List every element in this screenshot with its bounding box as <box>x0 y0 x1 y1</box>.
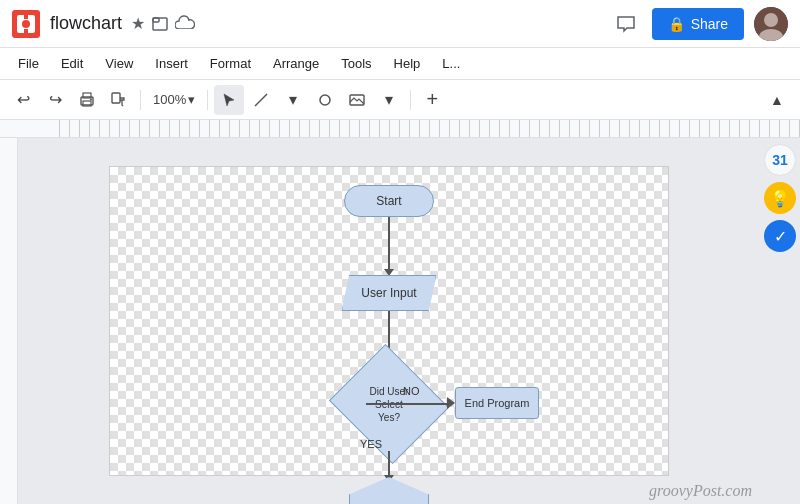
toolbar: ↩ ↪ 100% ▾ ▾ <box>0 80 800 120</box>
calendar-icon[interactable]: 31 <box>764 144 796 176</box>
print-button[interactable] <box>72 85 102 115</box>
fc-yes-label: YES <box>360 438 382 450</box>
undo-button[interactable]: ↩ <box>8 85 38 115</box>
zoom-chevron-icon: ▾ <box>188 92 195 107</box>
app-icon <box>12 10 40 38</box>
lightbulb-icon[interactable]: 💡 <box>764 182 796 214</box>
cloud-icon <box>175 15 195 33</box>
svg-line-15 <box>255 94 267 106</box>
fc-pentagon-shape[interactable] <box>349 477 429 504</box>
svg-point-13 <box>90 98 92 100</box>
svg-rect-5 <box>153 18 167 30</box>
checkmark-icon[interactable]: ✓ <box>764 220 796 252</box>
ruler <box>0 120 800 138</box>
share-button[interactable]: 🔒 Share <box>652 8 744 40</box>
line-button[interactable] <box>246 85 276 115</box>
image-dropdown-button[interactable]: ▾ <box>374 85 404 115</box>
menu-help[interactable]: Help <box>384 52 431 75</box>
fc-user-input-shape[interactable]: User Input <box>342 275 437 311</box>
menu-tools[interactable]: Tools <box>331 52 381 75</box>
drive-icon <box>151 14 169 33</box>
menu-more[interactable]: L... <box>432 52 470 75</box>
fc-no-arrow-line <box>366 403 451 405</box>
menu-insert[interactable]: Insert <box>145 52 198 75</box>
menu-file[interactable]: File <box>8 52 49 75</box>
svg-rect-3 <box>24 15 28 19</box>
svg-rect-4 <box>24 29 28 33</box>
fc-no-label: NO <box>403 385 420 397</box>
right-sidebar: 31 💡 ✓ <box>760 138 800 504</box>
separator-3 <box>410 90 411 110</box>
fc-end-program-shape[interactable]: End Program <box>455 387 539 419</box>
line-dropdown-button[interactable]: ▾ <box>278 85 308 115</box>
fc-start-shape[interactable]: Start <box>344 185 434 217</box>
shape-button[interactable] <box>310 85 340 115</box>
fc-end-program-label: End Program <box>465 397 530 409</box>
fc-no-arrowhead <box>447 397 455 409</box>
comment-button[interactable] <box>608 6 644 42</box>
paint-format-button[interactable] <box>104 85 134 115</box>
menu-format[interactable]: Format <box>200 52 261 75</box>
svg-rect-6 <box>153 18 159 22</box>
ruler-inner <box>50 120 800 137</box>
zoom-level: 100% <box>153 92 186 107</box>
fc-start-label: Start <box>376 194 401 208</box>
watermark: groovyPost.com <box>649 482 752 500</box>
vertical-ruler <box>0 138 18 504</box>
separator-2 <box>207 90 208 110</box>
menu-edit[interactable]: Edit <box>51 52 93 75</box>
arrow-start-to-input <box>384 217 394 276</box>
lock-icon: 🔒 <box>668 16 685 32</box>
doc-title[interactable]: flowchart <box>50 13 122 34</box>
title-bar: flowchart ★ 🔒 Share <box>0 0 800 48</box>
user-avatar[interactable] <box>754 7 788 41</box>
canvas-area[interactable]: Start User Input Did User Sele <box>18 138 760 504</box>
fc-user-input-label: User Input <box>361 286 416 300</box>
menu-view[interactable]: View <box>95 52 143 75</box>
collapse-toolbar-button[interactable]: ▲ <box>762 85 792 115</box>
menu-bar: File Edit View Insert Format Arrange Too… <box>0 48 800 80</box>
svg-point-2 <box>22 20 30 28</box>
svg-rect-14 <box>112 93 120 103</box>
image-button[interactable] <box>342 85 372 115</box>
separator-1 <box>140 90 141 110</box>
main-area: Start User Input Did User Sele <box>0 138 800 504</box>
star-icon[interactable]: ★ <box>131 14 145 33</box>
add-button[interactable]: + <box>417 85 447 115</box>
select-button[interactable] <box>214 85 244 115</box>
svg-point-8 <box>764 13 778 27</box>
svg-point-16 <box>320 95 330 105</box>
drawing-canvas[interactable]: Start User Input Did User Sele <box>109 166 669 476</box>
redo-button[interactable]: ↪ <box>40 85 70 115</box>
zoom-dropdown[interactable]: 100% ▾ <box>147 88 201 111</box>
menu-arrange[interactable]: Arrange <box>263 52 329 75</box>
